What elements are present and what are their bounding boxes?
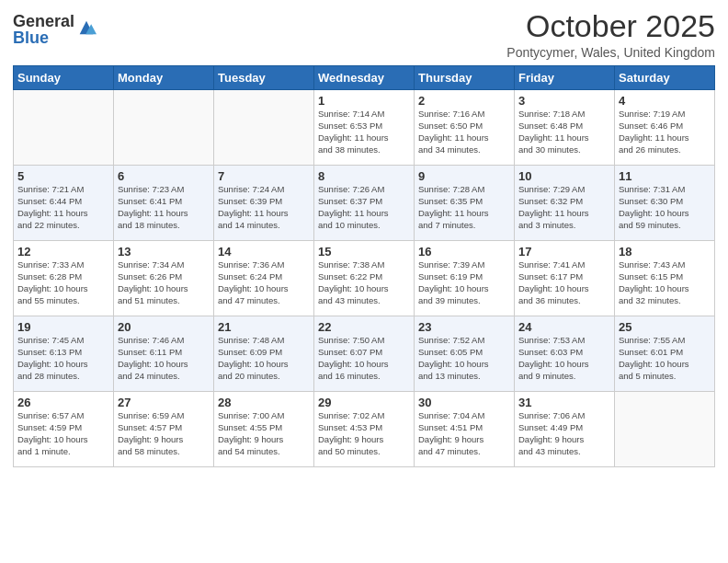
day-number: 19 xyxy=(17,320,109,334)
day-info: Sunrise: 7:04 AM Sunset: 4:51 PM Dayligh… xyxy=(418,410,510,457)
day-info: Sunrise: 7:06 AM Sunset: 4:49 PM Dayligh… xyxy=(518,410,610,457)
table-row: 28Sunrise: 7:00 AM Sunset: 4:55 PM Dayli… xyxy=(214,392,314,467)
table-row: 21Sunrise: 7:48 AM Sunset: 6:09 PM Dayli… xyxy=(214,316,314,392)
table-row xyxy=(14,90,114,166)
table-row xyxy=(214,90,314,166)
day-info: Sunrise: 7:02 AM Sunset: 4:53 PM Dayligh… xyxy=(318,410,410,457)
day-info: Sunrise: 7:48 AM Sunset: 6:09 PM Dayligh… xyxy=(218,335,310,382)
table-row: 18Sunrise: 7:43 AM Sunset: 6:15 PM Dayli… xyxy=(615,241,715,316)
day-info: Sunrise: 7:33 AM Sunset: 6:28 PM Dayligh… xyxy=(17,259,109,306)
col-friday: Friday xyxy=(515,66,615,90)
day-info: Sunrise: 7:39 AM Sunset: 6:19 PM Dayligh… xyxy=(418,259,510,306)
day-number: 30 xyxy=(418,396,510,409)
table-row: 29Sunrise: 7:02 AM Sunset: 4:53 PM Dayli… xyxy=(314,392,415,467)
day-info: Sunrise: 7:23 AM Sunset: 6:41 PM Dayligh… xyxy=(118,184,210,231)
day-info: Sunrise: 7:34 AM Sunset: 6:26 PM Dayligh… xyxy=(118,259,210,306)
calendar-week-row: 1Sunrise: 7:14 AM Sunset: 6:53 PM Daylig… xyxy=(14,90,715,166)
day-number: 27 xyxy=(118,396,210,409)
table-row: 6Sunrise: 7:23 AM Sunset: 6:41 PM Daylig… xyxy=(114,166,214,241)
logo-icon xyxy=(76,17,97,38)
day-number: 10 xyxy=(518,169,610,183)
table-row: 24Sunrise: 7:53 AM Sunset: 6:03 PM Dayli… xyxy=(515,316,615,392)
table-row: 25Sunrise: 7:55 AM Sunset: 6:01 PM Dayli… xyxy=(615,316,715,392)
col-wednesday: Wednesday xyxy=(314,66,415,90)
day-number: 23 xyxy=(418,320,510,334)
day-info: Sunrise: 7:26 AM Sunset: 6:37 PM Dayligh… xyxy=(318,184,410,231)
table-row xyxy=(114,90,214,166)
day-info: Sunrise: 7:21 AM Sunset: 6:44 PM Dayligh… xyxy=(17,184,109,231)
day-info: Sunrise: 7:16 AM Sunset: 6:50 PM Dayligh… xyxy=(418,109,510,155)
day-info: Sunrise: 7:46 AM Sunset: 6:11 PM Dayligh… xyxy=(118,335,210,382)
day-number: 13 xyxy=(118,245,210,259)
table-row: 1Sunrise: 7:14 AM Sunset: 6:53 PM Daylig… xyxy=(314,90,415,166)
day-number: 1 xyxy=(318,94,410,108)
day-number: 6 xyxy=(118,169,210,183)
table-row: 31Sunrise: 7:06 AM Sunset: 4:49 PM Dayli… xyxy=(515,392,615,467)
calendar-week-row: 19Sunrise: 7:45 AM Sunset: 6:13 PM Dayli… xyxy=(14,316,715,392)
day-info: Sunrise: 7:38 AM Sunset: 6:22 PM Dayligh… xyxy=(318,259,410,306)
day-info: Sunrise: 7:52 AM Sunset: 6:05 PM Dayligh… xyxy=(418,335,510,382)
logo: General Blue xyxy=(13,13,97,46)
table-row: 14Sunrise: 7:36 AM Sunset: 6:24 PM Dayli… xyxy=(214,241,314,316)
day-number: 25 xyxy=(619,320,711,334)
day-number: 18 xyxy=(619,245,711,259)
day-number: 15 xyxy=(318,245,410,259)
table-row: 7Sunrise: 7:24 AM Sunset: 6:39 PM Daylig… xyxy=(214,166,314,241)
day-info: Sunrise: 7:45 AM Sunset: 6:13 PM Dayligh… xyxy=(17,335,109,382)
day-number: 8 xyxy=(318,169,410,183)
table-row: 4Sunrise: 7:19 AM Sunset: 6:46 PM Daylig… xyxy=(615,90,715,166)
day-number: 31 xyxy=(518,396,610,409)
day-number: 16 xyxy=(418,245,510,259)
day-info: Sunrise: 7:53 AM Sunset: 6:03 PM Dayligh… xyxy=(518,335,610,382)
day-info: Sunrise: 7:00 AM Sunset: 4:55 PM Dayligh… xyxy=(218,410,310,457)
header: General Blue October 2025 Pontycymer, Wa… xyxy=(13,9,715,60)
col-monday: Monday xyxy=(114,66,214,90)
day-info: Sunrise: 6:59 AM Sunset: 4:57 PM Dayligh… xyxy=(118,410,210,457)
day-info: Sunrise: 7:18 AM Sunset: 6:48 PM Dayligh… xyxy=(518,109,610,155)
day-info: Sunrise: 7:41 AM Sunset: 6:17 PM Dayligh… xyxy=(518,259,610,306)
table-row: 19Sunrise: 7:45 AM Sunset: 6:13 PM Dayli… xyxy=(14,316,114,392)
day-info: Sunrise: 7:29 AM Sunset: 6:32 PM Dayligh… xyxy=(518,184,610,231)
day-number: 11 xyxy=(619,169,711,183)
day-info: Sunrise: 7:43 AM Sunset: 6:15 PM Dayligh… xyxy=(619,259,711,306)
day-info: Sunrise: 6:57 AM Sunset: 4:59 PM Dayligh… xyxy=(17,410,109,457)
col-saturday: Saturday xyxy=(615,66,715,90)
day-info: Sunrise: 7:24 AM Sunset: 6:39 PM Dayligh… xyxy=(218,184,310,231)
day-number: 3 xyxy=(518,94,610,108)
table-row: 2Sunrise: 7:16 AM Sunset: 6:50 PM Daylig… xyxy=(415,90,515,166)
day-number: 9 xyxy=(418,169,510,183)
day-info: Sunrise: 7:31 AM Sunset: 6:30 PM Dayligh… xyxy=(619,184,711,231)
table-row: 11Sunrise: 7:31 AM Sunset: 6:30 PM Dayli… xyxy=(615,166,715,241)
table-row xyxy=(615,392,715,467)
day-number: 29 xyxy=(318,396,410,409)
calendar-header-row: Sunday Monday Tuesday Wednesday Thursday… xyxy=(14,66,715,90)
day-number: 14 xyxy=(218,245,310,259)
calendar-week-row: 12Sunrise: 7:33 AM Sunset: 6:28 PM Dayli… xyxy=(14,241,715,316)
day-number: 21 xyxy=(218,320,310,334)
table-row: 9Sunrise: 7:28 AM Sunset: 6:35 PM Daylig… xyxy=(415,166,515,241)
day-info: Sunrise: 7:19 AM Sunset: 6:46 PM Dayligh… xyxy=(619,109,711,155)
day-number: 20 xyxy=(118,320,210,334)
table-row: 13Sunrise: 7:34 AM Sunset: 6:26 PM Dayli… xyxy=(114,241,214,316)
day-info: Sunrise: 7:28 AM Sunset: 6:35 PM Dayligh… xyxy=(418,184,510,231)
logo-text: General Blue xyxy=(13,13,74,46)
title-block: October 2025 Pontycymer, Wales, United K… xyxy=(506,9,715,60)
day-number: 7 xyxy=(218,169,310,183)
day-info: Sunrise: 7:50 AM Sunset: 6:07 PM Dayligh… xyxy=(318,335,410,382)
table-row: 8Sunrise: 7:26 AM Sunset: 6:37 PM Daylig… xyxy=(314,166,415,241)
table-row: 16Sunrise: 7:39 AM Sunset: 6:19 PM Dayli… xyxy=(415,241,515,316)
day-number: 22 xyxy=(318,320,410,334)
day-number: 5 xyxy=(17,169,109,183)
calendar: Sunday Monday Tuesday Wednesday Thursday… xyxy=(13,65,715,467)
col-tuesday: Tuesday xyxy=(214,66,314,90)
day-info: Sunrise: 7:36 AM Sunset: 6:24 PM Dayligh… xyxy=(218,259,310,306)
table-row: 12Sunrise: 7:33 AM Sunset: 6:28 PM Dayli… xyxy=(14,241,114,316)
table-row: 10Sunrise: 7:29 AM Sunset: 6:32 PM Dayli… xyxy=(515,166,615,241)
calendar-week-row: 26Sunrise: 6:57 AM Sunset: 4:59 PM Dayli… xyxy=(14,392,715,467)
col-thursday: Thursday xyxy=(415,66,515,90)
table-row: 17Sunrise: 7:41 AM Sunset: 6:17 PM Dayli… xyxy=(515,241,615,316)
day-number: 4 xyxy=(619,94,711,108)
table-row: 15Sunrise: 7:38 AM Sunset: 6:22 PM Dayli… xyxy=(314,241,415,316)
location: Pontycymer, Wales, United Kingdom xyxy=(506,45,715,60)
day-number: 17 xyxy=(518,245,610,259)
